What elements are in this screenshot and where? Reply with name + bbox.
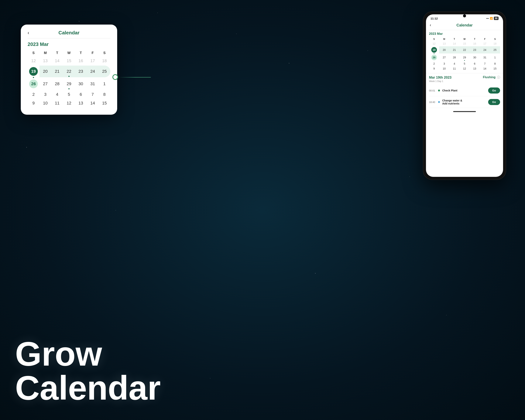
cal-day[interactable]: 13 <box>39 57 51 65</box>
cal-day[interactable]: 15 <box>98 99 110 107</box>
ph-wd-thu: T <box>470 37 480 41</box>
cal-day-23[interactable]: 23 <box>75 65 87 77</box>
event-section: Mar 19th 2023 Flushing i Week 1 Day 1 00… <box>426 73 503 108</box>
weekday-wed: W <box>63 50 75 56</box>
ph-day[interactable]: 17 <box>480 41 490 46</box>
big-text-block: Grow Calendar <box>15 337 161 405</box>
cal-day-25[interactable]: 25 <box>98 65 110 77</box>
ph-day[interactable]: 10 <box>439 66 450 71</box>
ph-day-25[interactable]: 25 <box>490 46 500 54</box>
weekday-sun: S <box>28 50 39 56</box>
cal-day[interactable]: 12 <box>28 57 39 65</box>
cal-day[interactable]: 10 <box>39 99 51 107</box>
ph-day-28[interactable]: 28 <box>449 54 459 61</box>
ph-day-26[interactable]: 26 <box>429 54 439 61</box>
cal-day-19[interactable]: 19 <box>28 65 39 77</box>
ph-day[interactable]: 12 <box>459 66 470 71</box>
phone-header: ‹ Calendar <box>426 21 503 30</box>
cal-day[interactable]: 12 <box>63 99 75 107</box>
event-name-2: Change water &Add nutrients <box>442 99 486 105</box>
cal-day-21[interactable]: 21 <box>51 65 63 77</box>
calendar-card-title: Calendar <box>58 30 79 36</box>
cal-day[interactable]: 14 <box>51 57 63 65</box>
phone-cal-grid: S M T W T F S 12 13 14 15 16 <box>429 37 500 71</box>
connection-line <box>119 77 151 77</box>
cal-day[interactable]: 8 <box>98 91 110 98</box>
cal-day-31[interactable]: 31 <box>87 78 99 90</box>
cal-day-29[interactable]: 29 <box>63 78 75 90</box>
ph-day[interactable]: 13 <box>470 66 480 71</box>
ph-day-1[interactable]: 1 <box>490 54 500 61</box>
ph-wd-sun: S <box>429 37 439 41</box>
cal-day[interactable]: 11 <box>51 99 63 107</box>
go-button-2[interactable]: Go <box>488 99 500 105</box>
weekday-mon: M <box>39 50 51 56</box>
cal-day[interactable]: 4 <box>51 91 63 98</box>
ph-day-19[interactable]: 19 <box>429 46 439 54</box>
ph-wd-fri: F <box>480 37 490 41</box>
ph-day-22[interactable]: 22 <box>459 46 470 54</box>
ph-day[interactable]: 12 <box>429 41 439 46</box>
ph-day-31[interactable]: 31 <box>480 54 490 61</box>
cal-day[interactable]: 15 <box>63 57 75 65</box>
ph-day[interactable]: 14 <box>449 41 459 46</box>
cal-day[interactable]: 5 <box>63 91 75 98</box>
phone-back-button[interactable]: ‹ <box>430 23 431 28</box>
ph-day-24[interactable]: 24 <box>480 46 490 54</box>
ph-day[interactable]: 15 <box>459 41 470 46</box>
info-icon[interactable]: i <box>497 76 500 79</box>
ph-day[interactable]: 18 <box>490 41 500 46</box>
ph-day-23[interactable]: 23 <box>470 46 480 54</box>
cal-day[interactable]: 6 <box>75 91 87 98</box>
weekday-fri: F <box>87 50 99 56</box>
cal-day-27[interactable]: 27 <box>39 78 51 90</box>
cal-day[interactable]: 13 <box>75 99 87 107</box>
ph-day[interactable]: 13 <box>439 41 450 46</box>
back-button[interactable]: ‹ <box>28 30 29 35</box>
cal-day-30[interactable]: 30 <box>75 78 87 90</box>
ph-day[interactable]: 8 <box>490 61 500 66</box>
cal-day[interactable]: 18 <box>98 57 110 65</box>
ph-cal-row-3: 26 27 28 29 30 31 1 <box>429 54 500 61</box>
cal-day[interactable]: 17 <box>87 57 99 65</box>
ph-day-20[interactable]: 20 <box>439 46 450 54</box>
cal-day[interactable]: 14 <box>87 99 99 107</box>
cal-day-1[interactable]: 1 <box>98 78 110 90</box>
cal-day[interactable]: 3 <box>39 91 51 98</box>
ph-day[interactable]: 3 <box>439 61 450 66</box>
ph-day[interactable]: 7 <box>480 61 490 66</box>
ph-day[interactable]: 5 <box>459 61 470 66</box>
cal-day[interactable]: 9 <box>28 99 39 107</box>
cal-day[interactable]: 16 <box>75 57 87 65</box>
go-button-1[interactable]: Go <box>488 87 500 93</box>
home-indicator <box>453 111 476 112</box>
status-time: 11:12 <box>431 17 438 20</box>
ph-cal-row-2: 19 20 21 22 23 24 25 <box>429 46 500 54</box>
ph-day[interactable]: 16 <box>470 41 480 46</box>
ph-day[interactable]: 14 <box>480 66 490 71</box>
ph-day[interactable]: 15 <box>490 66 500 71</box>
ph-day-27[interactable]: 27 <box>439 54 450 61</box>
calendar-row-5: 9 10 11 12 13 14 15 <box>28 99 110 107</box>
ph-day[interactable]: 2 <box>429 61 439 66</box>
cal-day-20[interactable]: 20 <box>39 65 51 77</box>
ph-day[interactable]: 4 <box>449 61 459 66</box>
cal-day[interactable]: 7 <box>87 91 99 98</box>
phone-weekday-header: S M T W T F S <box>429 37 500 41</box>
ph-day-21[interactable]: 21 <box>449 46 459 54</box>
ph-wd-sat: S <box>490 37 500 41</box>
ph-day[interactable]: 9 <box>429 66 439 71</box>
cal-day-26[interactable]: 26 <box>28 78 39 90</box>
wifi-icon: 📶 <box>490 17 493 20</box>
ph-day-29[interactable]: 29 <box>459 54 470 61</box>
cal-day[interactable]: 2 <box>28 91 39 98</box>
event-dot <box>68 76 70 77</box>
event-item-2: 18:40 Change water &Add nutrients Go <box>429 96 500 108</box>
cal-day-22[interactable]: 22 <box>63 65 75 77</box>
ph-day[interactable]: 11 <box>449 66 459 71</box>
cal-day-24[interactable]: 24 <box>87 65 99 77</box>
cal-day-28[interactable]: 28 <box>51 78 63 90</box>
ph-day[interactable]: 6 <box>470 61 480 66</box>
calendar-grid: S M T W T F S 12 13 14 15 16 17 18 19 20… <box>28 50 110 107</box>
ph-day-30[interactable]: 30 <box>470 54 480 61</box>
